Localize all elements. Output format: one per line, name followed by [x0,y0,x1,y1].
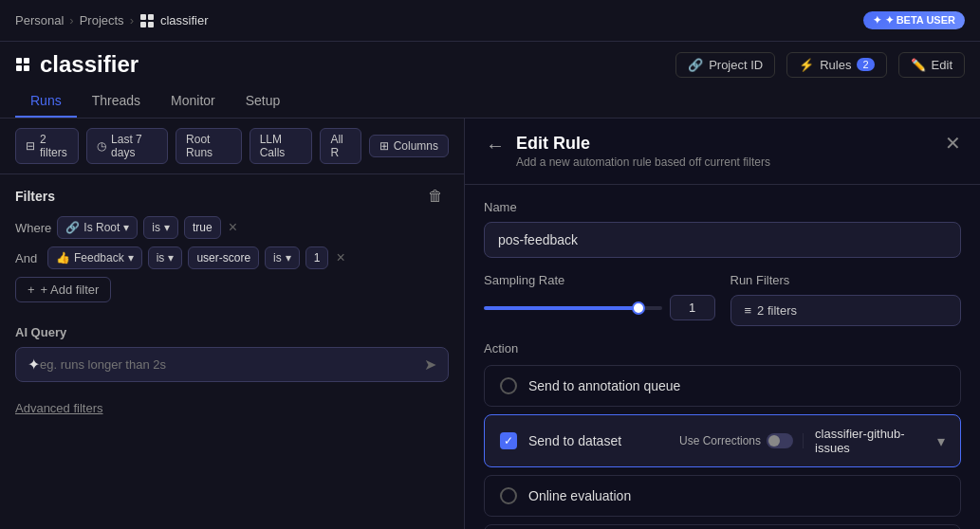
tab-monitor[interactable]: Monitor [156,85,231,118]
root-runs-chip[interactable]: Root Runs [176,128,242,164]
tab-setup[interactable]: Setup [231,85,296,118]
filters-title: Filters [15,189,55,204]
toolbar: ⊟ 2 filters ◷ Last 7 days Root Runs LLM … [0,119,464,174]
bolt-icon: ⚡ [799,58,814,72]
classifier-crumb-label: classifier [160,13,209,27]
personal-link[interactable]: Personal [15,13,64,27]
online-eval-label: Online evaluation [528,488,945,503]
radio-annotation [500,377,517,394]
svg-rect-7 [24,65,29,71]
project-name: classifier [40,51,139,78]
filter-row-1: Where 🔗 Is Root ▾ is ▾ true × [15,216,449,239]
top-nav: Personal › Projects › classifier ✦ ✦ BET… [0,0,980,42]
add-filter-label: + Add filter [41,283,100,297]
filter-icon-sm: ≡ [745,303,752,318]
project-id-label: Project ID [709,58,763,72]
action-send-annotation[interactable]: Send to annotation queue [484,365,961,407]
columns-icon: ⊞ [379,139,389,153]
checkbox-dataset [500,432,517,449]
name-label: Name [484,200,961,214]
action-online-eval[interactable]: Online evaluation [484,475,961,517]
annotation-label: Send to annotation queue [528,378,945,393]
clear-filters-button[interactable]: 🗑 [422,186,449,207]
action-send-dataset[interactable]: Send to dataset Use Corrections classifi… [484,414,961,467]
use-corrections-label: Use Corrections [679,434,761,447]
filter1-operator-select[interactable]: is ▾ [143,216,178,239]
svg-rect-5 [24,58,29,64]
ai-query-input-row: ✦ ➤ [15,347,449,382]
filter1-op-label: is [152,221,160,234]
project-title: classifier [15,51,139,78]
tab-threads[interactable]: Threads [77,85,156,118]
filter2-value: 1 [305,246,329,269]
ai-query-title: AI Query [15,325,449,339]
columns-chip[interactable]: ⊞ Columns [369,135,449,157]
dataset-dropdown[interactable]: classifier-github-issues ▾ [815,427,945,455]
two-col-section: Sampling Rate Run Filters ≡ 2 filters [484,273,961,326]
filter2-op2-chevron: ▾ [286,251,291,264]
ai-query-input[interactable] [40,357,424,372]
filter2-close-button[interactable]: × [334,250,346,265]
plus-icon: + [28,283,35,297]
name-input[interactable] [484,222,961,258]
project-actions: 🔗 Project ID ⚡ Rules 2 ✏️ Edit [675,52,965,78]
use-corrections-toggle[interactable] [767,433,793,448]
svg-rect-6 [16,65,22,71]
filter1-field-select[interactable]: 🔗 Is Root ▾ [57,216,138,239]
radio-online-eval [500,487,517,504]
root-runs-label: Root Runs [186,133,231,159]
filter1-op-chevron: ▾ [164,221,170,234]
sampling-value-input[interactable] [670,295,715,320]
filters-chip[interactable]: ⊟ 2 filters [15,128,79,164]
grid-icon [139,13,155,28]
llm-calls-chip[interactable]: LLM Calls [250,128,313,164]
close-button[interactable]: ✕ [945,134,961,153]
run-filters-button[interactable]: ≡ 2 filters [730,295,962,326]
svg-rect-1 [148,14,154,20]
dataset-chevron-icon: ▾ [937,432,945,450]
edit-button[interactable]: ✏️ Edit [898,52,965,78]
star-icon: ✦ [873,14,881,27]
filter2-op2-select[interactable]: is ▾ [265,246,300,269]
ai-send-button[interactable]: ➤ [424,356,436,374]
project-grid-icon [15,57,30,72]
advanced-filters-link[interactable]: Advanced filters [0,393,464,423]
sampling-rate-label: Sampling Rate [484,273,715,287]
svg-rect-2 [140,22,146,27]
thumb-icon: 👍 [56,251,70,264]
sampling-slider[interactable] [484,306,662,310]
edit-rule-subtitle: Add a new automation rule based off curr… [516,155,770,169]
right-panel: ← Edit Rule Add a new automation rule ba… [465,119,980,529]
filter2-field-select[interactable]: 👍 Feedback ▾ [47,246,142,269]
filter-icon: ⊟ [26,139,35,153]
projects-link[interactable]: Projects [80,13,124,27]
project-header: classifier 🔗 Project ID ⚡ Rules 2 ✏️ Edi… [0,42,980,119]
project-id-button[interactable]: 🔗 Project ID [675,52,775,78]
dataset-action-label: Send to dataset [528,433,658,448]
last7days-chip[interactable]: ◷ Last 7 days [86,128,168,164]
filter1-value: true [184,216,221,239]
filter2-op1-chevron: ▾ [168,251,174,264]
rules-button[interactable]: ⚡ Rules 2 [786,52,886,78]
filter2-op1-select[interactable]: is ▾ [148,246,183,269]
action-trigger-webhooks[interactable]: Trigger webhooks Beta [484,524,961,529]
filter1-close-button[interactable]: × [227,220,239,235]
link-icon-small: 🔗 [65,221,80,234]
rules-label: Rules [820,58,851,72]
edit-rule-title: Edit Rule [516,134,770,154]
beta-badge: ✦ ✦ BETA USER [863,11,965,29]
filters-section: Filters 🗑 Where 🔗 Is Root ▾ is ▾ true × [0,174,464,314]
tab-runs[interactable]: Runs [15,85,77,118]
run-filters-section: Run Filters ≡ 2 filters [730,273,962,326]
columns-label: Columns [394,139,438,153]
allr-chip[interactable]: All R [320,128,361,164]
filter2-subfield: user-score [188,246,259,269]
beta-label: ✦ BETA USER [885,14,955,27]
filter2-field-label: Feedback [74,251,124,264]
filter1-field-chevron: ▾ [123,221,129,234]
svg-rect-0 [140,14,146,20]
classifier-breadcrumb[interactable]: classifier [139,13,209,28]
back-button[interactable]: ← [484,134,507,156]
breadcrumb: Personal › Projects › classifier [15,13,209,28]
add-filter-button[interactable]: + + Add filter [15,277,111,302]
